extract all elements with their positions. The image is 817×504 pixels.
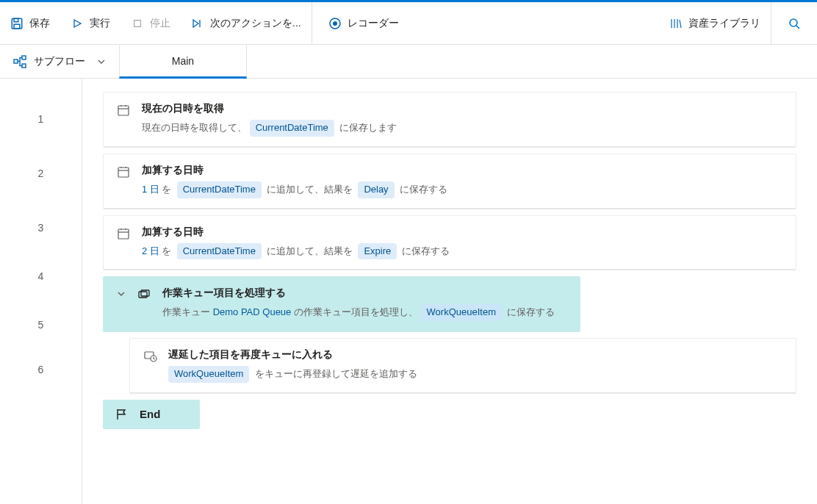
svg-point-6 — [333, 21, 337, 26]
subflow-label: サブフロー — [34, 55, 85, 68]
svg-rect-27 — [118, 229, 129, 239]
action-end[interactable]: End — [103, 400, 200, 429]
line-number: 3 — [0, 201, 82, 255]
svg-rect-32 — [141, 290, 149, 296]
flag-icon — [115, 408, 129, 421]
action-description: WorkQueueItem をキューに再登録して遅延を追加する — [168, 366, 782, 383]
chevron-down-icon — [97, 57, 106, 66]
action-description: 2 日 を CurrentDateTime に追加して、結果を Expire に… — [142, 243, 782, 260]
asset-library-label: 資産ライブラリ — [688, 17, 760, 30]
variable-pill: WorkQueueItem — [168, 366, 249, 383]
save-icon — [10, 17, 24, 30]
recorder-button[interactable]: レコーダー — [312, 2, 409, 45]
action-title: End — [140, 408, 188, 420]
variable-pill: Delay — [358, 181, 394, 198]
save-label: 保存 — [29, 17, 50, 30]
recorder-label: レコーダー — [348, 17, 399, 30]
queue-icon — [137, 288, 152, 301]
subflow-icon — [13, 55, 26, 68]
library-icon — [669, 17, 683, 30]
run-label: 実行 — [90, 17, 110, 30]
svg-rect-23 — [118, 168, 129, 177]
stop-label: 停止 — [150, 17, 170, 30]
tab-main[interactable]: Main — [119, 45, 247, 79]
action-get-current-datetime[interactable]: 現在の日時を取得 現在の日時を取得して、 CurrentDateTime に保存… — [103, 92, 796, 148]
action-title: 作業キュー項目を処理する — [162, 287, 566, 300]
svg-point-11 — [790, 19, 797, 26]
line-number: 5 — [0, 298, 82, 352]
svg-rect-13 — [14, 60, 18, 63]
calendar-icon — [117, 104, 132, 117]
calendar-icon — [117, 227, 132, 240]
action-description: 現在の日時を取得して、 CurrentDateTime に保存します — [142, 120, 782, 137]
run-button[interactable]: 実行 — [60, 2, 120, 45]
action-description: 作業キュー Demo PAD Queue の作業キュー項目を処理し、 WorkQ… — [162, 304, 566, 321]
action-requeue-delayed-item[interactable]: 遅延した項目を再度キューに入れる WorkQueueItem をキューに再登録し… — [129, 338, 796, 394]
variable-pill: WorkQueueItem — [421, 304, 502, 321]
play-icon — [71, 17, 84, 30]
variable-pill: Expire — [358, 243, 397, 260]
next-action-label: 次のアクションを... — [210, 17, 301, 30]
svg-rect-15 — [22, 64, 26, 68]
subflow-dropdown[interactable]: サブフロー — [0, 45, 119, 79]
stop-button: 停止 — [120, 2, 181, 45]
chevron-down-icon[interactable] — [117, 289, 127, 298]
action-title: 加算する日時 — [142, 164, 782, 177]
step-icon — [191, 17, 204, 30]
calendar-icon — [117, 165, 132, 179]
line-gutter: 1 2 3 4 5 6 — [0, 79, 82, 504]
svg-rect-31 — [139, 292, 147, 298]
line-number: 1 — [0, 92, 82, 146]
action-title: 現在の日時を取得 — [142, 102, 782, 115]
save-button[interactable]: 保存 — [0, 2, 60, 45]
action-description: 1 日 を CurrentDateTime に追加して、結果を Delay に保… — [142, 181, 782, 198]
workspace: 1 2 3 4 5 6 現在の日時を取得 現在の日時を取得して、 Current… — [0, 79, 817, 504]
svg-rect-16 — [118, 106, 129, 115]
variable-pill: CurrentDateTime — [250, 120, 334, 137]
svg-line-12 — [796, 26, 799, 29]
queue-name: Demo PAD Queue — [213, 306, 292, 317]
line-number: 4 — [0, 255, 82, 298]
flow-canvas: 現在の日時を取得 現在の日時を取得して、 CurrentDateTime に保存… — [82, 79, 817, 504]
main-toolbar: 保存 実行 停止 次のアクションを... レコーダー — [0, 2, 817, 45]
action-process-work-queue[interactable]: 作業キュー項目を処理する 作業キュー Demo PAD Queue の作業キュー… — [103, 276, 580, 332]
svg-rect-14 — [22, 56, 26, 60]
tab-main-label: Main — [172, 55, 194, 67]
asset-library-button[interactable]: 資産ライブラリ — [659, 2, 771, 45]
record-icon — [328, 17, 342, 30]
action-title: 遅延した項目を再度キューに入れる — [168, 348, 782, 361]
svg-line-10 — [680, 20, 681, 28]
variable-pill: CurrentDateTime — [177, 181, 262, 198]
variable-pill: CurrentDateTime — [177, 243, 262, 260]
svg-rect-1 — [14, 18, 18, 22]
requeue-icon — [143, 350, 158, 363]
action-add-days-1[interactable]: 加算する日時 1 日 を CurrentDateTime に追加して、結果を D… — [103, 154, 796, 209]
search-button[interactable] — [771, 2, 817, 45]
svg-rect-3 — [134, 20, 141, 26]
stop-icon — [131, 17, 144, 30]
search-icon — [788, 17, 801, 30]
action-add-days-2[interactable]: 加算する日時 2 日 を CurrentDateTime に追加して、結果を E… — [103, 215, 796, 271]
next-action-button[interactable]: 次のアクションを... — [181, 2, 312, 45]
line-number: 2 — [0, 146, 82, 201]
svg-rect-2 — [14, 24, 20, 29]
action-title: 加算する日時 — [142, 226, 782, 239]
line-number: 6 — [0, 352, 82, 387]
svg-rect-0 — [12, 18, 22, 29]
subflow-bar: サブフロー Main — [0, 45, 817, 79]
